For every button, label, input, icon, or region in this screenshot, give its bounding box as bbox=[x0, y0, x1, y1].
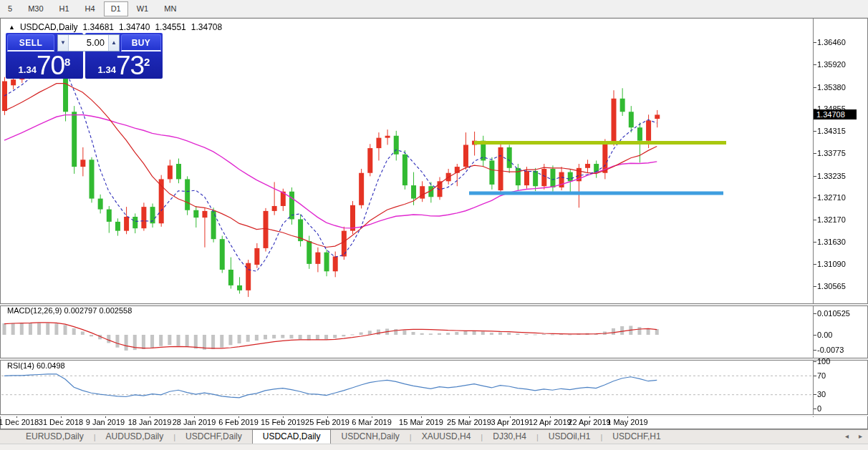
timeframe-button-h4[interactable]: H4 bbox=[78, 1, 102, 16]
tab-usdcnh-daily[interactable]: USDCNH,Daily bbox=[331, 430, 409, 444]
buy-price-main: 73 bbox=[116, 54, 144, 78]
rsi-axis-label: 100 bbox=[817, 357, 830, 366]
date-axis-label: 25 Mar 2019 bbox=[447, 418, 491, 426]
tab-usdchf-daily[interactable]: USDCHF,Daily bbox=[175, 430, 252, 444]
chart-header: ▲ USDCAD,Daily 1.34681 1.34740 1.34551 1… bbox=[9, 22, 222, 32]
date-axis-label: 6 Mar 2019 bbox=[352, 418, 392, 426]
tab-scroll-right-icon[interactable]: ▸ bbox=[859, 432, 862, 440]
trading-app-window: 5M30H1H4D1W1MN ▲ USDCAD,Daily 1.34681 1.… bbox=[0, 0, 868, 450]
price-axis-label: 1.34315 bbox=[817, 127, 846, 135]
price-axis-label: 1.33775 bbox=[817, 149, 846, 157]
tab-scroll-nav: ◂ ▸ bbox=[845, 432, 862, 440]
rsi-axis-label: 70 bbox=[817, 371, 826, 380]
sell-price: 1.34 70 8 bbox=[6, 54, 83, 78]
price-axis-label: 1.30565 bbox=[817, 282, 846, 290]
chart-symbol-label: USDCAD,Daily bbox=[20, 22, 78, 32]
date-axis-label: 1 May 2019 bbox=[607, 418, 647, 426]
macd-label: MACD(12,26,9) 0.002797 0.002558 bbox=[7, 306, 132, 315]
date-axis-label: 18 Jan 2019 bbox=[128, 418, 172, 426]
timeframe-button-m30[interactable]: M30 bbox=[21, 1, 50, 16]
sell-price-pip: 8 bbox=[64, 56, 70, 68]
buy-button[interactable]: BUY bbox=[121, 34, 161, 52]
date-axis-label: 6 Feb 2019 bbox=[218, 418, 259, 426]
tab-audusd-daily[interactable]: AUDUSD,Daily bbox=[96, 430, 174, 444]
date-axis-label: 3 Apr 2019 bbox=[491, 418, 529, 426]
rsi-axis-label: 0 bbox=[817, 404, 821, 413]
one-click-trade-widget: SELL 1.34 70 8 BUY 1.34 73 2 ▼ 5.00 ▲ bbox=[6, 33, 163, 79]
ohlc-open: 1.34681 bbox=[83, 22, 114, 32]
tab-usdchf-h1[interactable]: USDCHF,H1 bbox=[602, 430, 670, 444]
tab-dj30-h4[interactable]: DJ30,H4 bbox=[483, 430, 536, 444]
ohlc-low: 1.34551 bbox=[155, 22, 185, 32]
volume-spinner: ▼ 5.00 ▲ bbox=[57, 34, 120, 52]
price-axis-label: 1.31630 bbox=[817, 238, 846, 246]
date-axis-label: 25 Feb 2019 bbox=[305, 418, 349, 426]
tab-usdcad-daily[interactable]: USDCAD,Daily bbox=[252, 429, 332, 444]
timeframe-toolbar: 5M30H1H4D1W1MN bbox=[0, 0, 868, 18]
collapse-panel-icon[interactable]: ▲ bbox=[9, 24, 15, 31]
price-axis-label: 1.32170 bbox=[817, 215, 846, 224]
volume-decrease-icon[interactable]: ▼ bbox=[58, 35, 69, 51]
tab-scroll-left-icon[interactable]: ◂ bbox=[845, 432, 849, 440]
macd-axis-label: -0.0073 bbox=[817, 346, 844, 354]
price-axis-label: 1.35920 bbox=[817, 60, 846, 69]
ohlc-high: 1.34740 bbox=[119, 22, 150, 32]
current-price-tag: 1.34708 bbox=[814, 109, 857, 119]
price-axis-label: 1.32710 bbox=[817, 193, 846, 202]
tab-eurusd-daily[interactable]: EURUSD,Daily bbox=[16, 430, 94, 444]
date-axis-label: 15 Feb 2019 bbox=[261, 418, 305, 426]
status-strip bbox=[0, 444, 868, 450]
price-axis-label: 1.35380 bbox=[817, 83, 846, 92]
date-axis-label: 15 Mar 2019 bbox=[399, 418, 443, 426]
date-axis-label: 21 Dec 2018 bbox=[0, 418, 39, 426]
macd-axis-label: 0.00 bbox=[817, 331, 832, 339]
date-axis-label: 31 Dec 2018 bbox=[39, 418, 83, 426]
rsi-label: RSI(14) 60.0498 bbox=[7, 361, 65, 370]
timeframe-button-5[interactable]: 5 bbox=[1, 1, 19, 16]
date-axis-label: 28 Jan 2019 bbox=[173, 418, 216, 426]
price-axis-label: 1.31090 bbox=[817, 260, 846, 268]
macd-axis-label: 0.010525 bbox=[817, 309, 850, 318]
rsi-pane-splitter[interactable] bbox=[0, 358, 868, 361]
sell-price-main: 70 bbox=[37, 54, 64, 78]
price-axis-label: 1.33235 bbox=[817, 172, 846, 180]
rsi-axis-label: 30 bbox=[817, 390, 826, 398]
volume-input[interactable]: 5.00 bbox=[69, 35, 108, 51]
sell-button[interactable]: SELL bbox=[7, 34, 54, 52]
timeframe-button-h1[interactable]: H1 bbox=[52, 1, 77, 16]
timeframe-button-mn[interactable]: MN bbox=[157, 1, 183, 16]
ohlc-close: 1.34708 bbox=[191, 22, 222, 32]
date-axis-label: 9 Jan 2019 bbox=[86, 418, 125, 426]
buy-price-pip: 2 bbox=[144, 56, 150, 68]
price-axis-label: 1.36460 bbox=[817, 38, 846, 47]
buy-price: 1.34 73 2 bbox=[85, 54, 163, 78]
symbol-tabbar: EURUSD,Daily|AUDUSD,Daily|USDCHF,DailyUS… bbox=[0, 429, 868, 444]
buy-price-prefix: 1.34 bbox=[98, 64, 116, 78]
date-axis-divider bbox=[0, 414, 868, 416]
date-axis-label: 22 Apr 2019 bbox=[568, 418, 610, 426]
date-axis-label: 12 Apr 2019 bbox=[529, 418, 571, 426]
timeframe-button-d1[interactable]: D1 bbox=[104, 1, 128, 16]
tab-xauusd-h4[interactable]: XAUUSD,H4 bbox=[412, 430, 481, 444]
tab-usdoil-h1[interactable]: USDOil,H1 bbox=[539, 430, 601, 444]
sell-price-prefix: 1.34 bbox=[19, 64, 37, 78]
volume-increase-icon[interactable]: ▲ bbox=[108, 35, 119, 51]
timeframe-button-w1[interactable]: W1 bbox=[130, 1, 156, 16]
